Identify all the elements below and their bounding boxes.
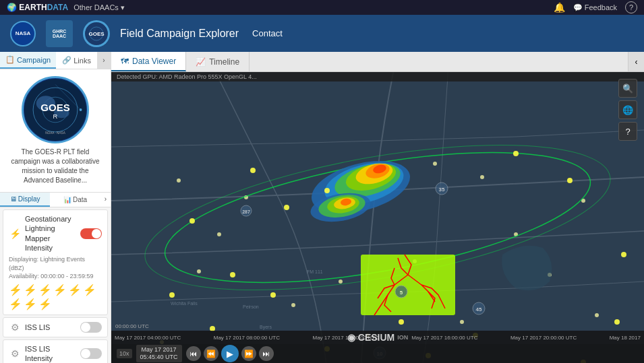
svg-point-30 — [595, 313, 599, 317]
feedback-link[interactable]: 💬 Feedback — [573, 3, 617, 12]
display-icon: 🖥 — [10, 195, 17, 203]
search-map-button[interactable]: 🔍 — [618, 79, 637, 98]
timeline-label-6: May 18 2017 — [610, 335, 641, 341]
skip-back-button[interactable]: ⏮ — [186, 346, 201, 361]
map-area: 🗺 Data Viewer 📈 Timeline ‹ Detected GPU:… — [111, 52, 644, 363]
sidebar-collapse-button[interactable]: › — [97, 52, 111, 69]
tab-data-viewer[interactable]: 🗺 Data Viewer — [111, 52, 186, 71]
svg-text:35: 35 — [439, 187, 445, 193]
ghrc-logo: GHRCDAAC — [46, 20, 73, 47]
page-title: Field Campaign Explorer — [120, 28, 239, 40]
contact-link[interactable]: Contact — [252, 28, 283, 38]
svg-point-29 — [460, 320, 464, 324]
svg-text:Wichita Falls: Wichita Falls — [171, 301, 198, 306]
campaign-icon: 📋 — [5, 55, 15, 64]
toggle-iss-lis[interactable] — [80, 322, 102, 333]
swatch-icon: ⚡ — [24, 284, 37, 296]
timeline-label-2: May 17 2017 08:00:00 UTC — [214, 335, 280, 341]
swatch-icon: ⚡ — [38, 284, 52, 296]
playback-bar: 10x May 17 2017 05:45:40 UTC ⏮ ⏪ ▶ ⏩ ⏭ — [111, 344, 644, 363]
timeline-label-4: May 17 2017 16:00:00 UTC — [411, 335, 477, 341]
help-button[interactable]: ? — [625, 1, 637, 13]
gear-icon: ⚙ — [9, 322, 21, 333]
svg-point-54 — [189, 218, 195, 224]
layers-list: ⚡ Geostationary Lightning Mapper Intensi… — [0, 207, 111, 363]
tab-data[interactable]: 📊 Data — [50, 193, 100, 207]
svg-point-50 — [399, 319, 404, 325]
speed-badge: 10x — [117, 349, 132, 359]
sidebar: 📋 Campaign 🔗 Links › — [0, 52, 111, 363]
svg-point-52 — [324, 188, 330, 193]
globe-button[interactable]: 🌐 — [618, 100, 637, 119]
campaign-description: The GOES-R PLT field campaign was a coll… — [7, 147, 104, 185]
layer-item-iss-lis: ⚙ ISS LIS — [3, 317, 108, 337]
svg-point-9 — [80, 108, 82, 111]
svg-point-47 — [270, 292, 276, 298]
fast-forward-button[interactable]: ⏩ — [241, 346, 256, 361]
svg-point-17 — [480, 175, 484, 179]
svg-text:45: 45 — [476, 306, 482, 312]
date-time-badge: May 17 2017 05:45:40 UTC — [136, 345, 182, 362]
svg-point-62 — [621, 252, 626, 257]
map-collapse-button[interactable]: ‹ — [628, 52, 644, 71]
cesium-globe[interactable]: Detected GPU: AMD Radeon Pro 555X OpenGL… — [111, 72, 644, 363]
svg-rect-45 — [361, 255, 455, 315]
layer-item-glm: ⚡ Geostationary Lightning Mapper Intensi… — [3, 209, 108, 315]
earthdata-logo: 🌍 EARTHDATA — [7, 3, 68, 12]
swatch-icon: ⚡ — [68, 284, 82, 296]
svg-point-21 — [217, 232, 221, 236]
layer-info-glm: Displaying: Lightning Events (dBZ) Avail… — [9, 255, 102, 281]
map-terrain-svg: FM 111 Peirson Byers Wichita Falls Templ… — [111, 72, 644, 363]
utc-time-label: 00:00:00 UTC — [111, 322, 153, 331]
nasa-logo: NASA — [10, 21, 36, 46]
map-container[interactable]: Detected GPU: AMD Radeon Pro 555X OpenGL… — [111, 72, 644, 363]
lightning-icon: ⚡ — [9, 228, 21, 239]
chevron-down-icon: ▾ — [121, 3, 125, 12]
svg-point-25 — [177, 178, 181, 183]
svg-point-23 — [339, 279, 343, 284]
svg-point-18 — [197, 269, 201, 273]
timeline-label-1: May 17 2017 04:00:00 UTC — [115, 335, 181, 341]
map-icon: 🗺 — [121, 57, 129, 66]
layer-name-iss-lis: ISS LIS — [25, 323, 76, 332]
swatch-icon: ⚡ — [24, 298, 37, 310]
tab-timeline[interactable]: 📈 Timeline — [186, 52, 250, 71]
toggle-iss-lis-intensity[interactable] — [80, 348, 102, 359]
svg-text:NOAA · NASA: NOAA · NASA — [45, 131, 66, 135]
layer-name-iss-lis-intensity: ISS LIS Intensity — [25, 344, 76, 363]
svg-text:FM 111: FM 111 — [307, 269, 323, 274]
notification-bell-icon[interactable]: 🔔 — [554, 2, 565, 13]
header-navigation: Contact — [252, 28, 283, 38]
main-layout: 📋 Campaign 🔗 Links › — [0, 52, 644, 363]
layer-item-iss-lis-intensity: ⚙ ISS LIS Intensity — [3, 339, 108, 363]
swatch-icon: ⚡ — [38, 298, 52, 310]
rewind-button[interactable]: ⏪ — [204, 346, 218, 361]
map-controls: 🔍 🌐 ? — [618, 79, 637, 141]
campaign-logo-section: GOES R NOAA · NASA The GOES-R PLT field … — [0, 69, 111, 193]
tab-display[interactable]: 🖥 Display — [0, 193, 50, 207]
speech-bubble-icon: 💬 — [573, 3, 583, 11]
swatch-icon: ⚡ — [53, 284, 67, 296]
nasa-icon: 🌍 — [7, 3, 17, 12]
tab-campaign[interactable]: 📋 Campaign — [0, 52, 56, 69]
toggle-glm[interactable] — [80, 228, 102, 239]
gear-icon-2: ⚙ — [9, 348, 21, 359]
other-daacs-dropdown[interactable]: Other DAACs ▾ — [74, 3, 125, 12]
play-controls: ⏮ ⏪ ▶ ⏩ ⏭ — [186, 345, 274, 362]
svg-point-60 — [513, 151, 519, 156]
layer-swatches-glm: ⚡ ⚡ ⚡ ⚡ ⚡ ⚡ ⚡ ⚡ ⚡ — [9, 284, 102, 310]
sidebar-tab-bar: 📋 Campaign 🔗 Links › — [0, 52, 111, 69]
skip-forward-button[interactable]: ⏭ — [259, 346, 274, 361]
svg-rect-13 — [111, 72, 644, 363]
tab-links[interactable]: 🔗 Links — [56, 52, 97, 69]
svg-point-46 — [230, 272, 235, 277]
play-button[interactable]: ▶ — [221, 345, 239, 362]
links-icon: 🔗 — [62, 56, 71, 65]
layer-tab-arrow[interactable]: › — [100, 193, 111, 207]
swatch-icon: ⚡ — [83, 284, 96, 296]
svg-point-53 — [250, 168, 256, 173]
svg-point-56 — [169, 292, 175, 298]
map-help-button[interactable]: ? — [618, 122, 637, 141]
svg-text:GOES: GOES — [40, 102, 69, 113]
gpu-detection-bar: Detected GPU: AMD Radeon Pro 555X OpenGL… — [111, 72, 644, 81]
